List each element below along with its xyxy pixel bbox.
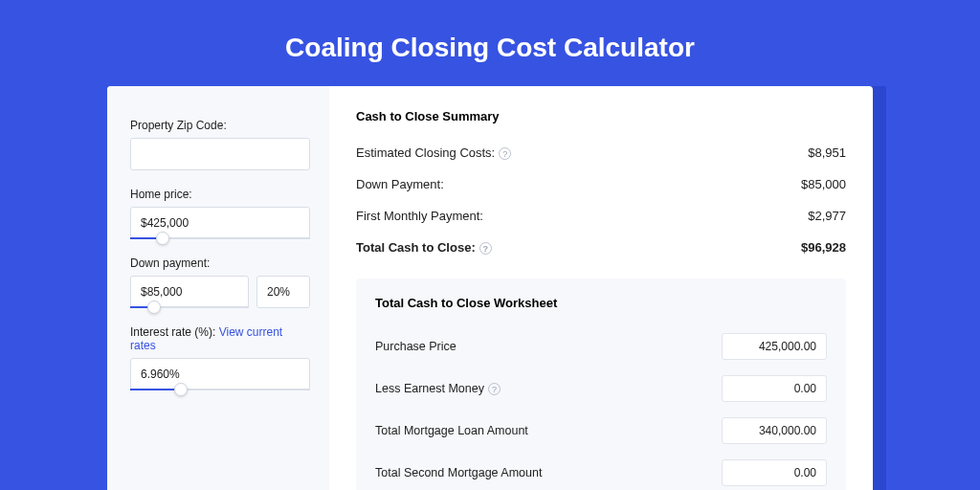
interest-label-text: Interest rate (%):: [130, 325, 219, 339]
worksheet-row-label: Total Second Mortgage Amount: [375, 466, 542, 479]
home-price-field-block: Home price:: [130, 188, 310, 239]
home-price-slider-thumb[interactable]: [156, 232, 169, 245]
worksheet-row: Total Mortgage Loan Amount: [375, 410, 827, 452]
interest-field-block: Interest rate (%): View current rates: [130, 325, 310, 390]
calculator-card: Property Zip Code: Home price: Down paym…: [107, 86, 873, 490]
calculator-card-wrap: Property Zip Code: Home price: Down paym…: [107, 86, 873, 490]
summary-row-value: $85,000: [801, 177, 846, 191]
worksheet-section: Total Cash to Close Worksheet Purchase P…: [356, 278, 846, 490]
worksheet-row-input[interactable]: [722, 459, 827, 486]
summary-row-label: Total Cash to Close:?: [356, 240, 492, 255]
help-icon[interactable]: ?: [499, 147, 511, 160]
down-payment-slider[interactable]: [130, 306, 249, 308]
page-title: Coaling Closing Cost Calculator: [0, 0, 980, 86]
summary-row: Down Payment:$85,000: [356, 168, 846, 200]
summary-row: First Monthly Payment:$2,977: [356, 200, 846, 232]
zip-input[interactable]: [130, 138, 310, 170]
help-icon[interactable]: ?: [479, 242, 492, 255]
worksheet-row-label: Total Mortgage Loan Amount: [375, 424, 528, 437]
summary-list: Estimated Closing Costs:?$8,951Down Paym…: [356, 137, 846, 263]
worksheet-row-input[interactable]: [722, 333, 827, 360]
interest-slider[interactable]: [130, 389, 310, 390]
down-payment-field-block: Down payment:: [130, 256, 310, 308]
interest-input[interactable]: [130, 358, 310, 390]
summary-row-label: First Monthly Payment:: [356, 209, 483, 223]
interest-label: Interest rate (%): View current rates: [130, 325, 310, 352]
worksheet-row: Purchase Price: [375, 325, 827, 368]
worksheet-row-label: Less Earnest Money?: [375, 382, 501, 395]
summary-row: Total Cash to Close:?$96,928: [356, 232, 846, 263]
summary-row-value: $8,951: [808, 145, 846, 160]
summary-row: Estimated Closing Costs:?$8,951: [356, 137, 846, 168]
summary-title: Cash to Close Summary: [356, 109, 846, 123]
home-price-slider[interactable]: [130, 237, 310, 239]
worksheet-row-input[interactable]: [722, 417, 827, 444]
inputs-panel: Property Zip Code: Home price: Down paym…: [107, 86, 329, 490]
worksheet-list: Purchase PriceLess Earnest Money?Total M…: [375, 325, 827, 490]
interest-slider-thumb[interactable]: [174, 383, 188, 396]
worksheet-row: Total Second Mortgage Amount: [375, 452, 827, 490]
down-payment-label: Down payment:: [130, 256, 310, 270]
down-payment-pct-input[interactable]: [256, 276, 310, 308]
help-icon[interactable]: ?: [488, 383, 501, 395]
summary-row-value: $2,977: [808, 209, 846, 223]
zip-field-block: Property Zip Code:: [130, 119, 310, 170]
worksheet-row-label: Purchase Price: [375, 340, 457, 353]
summary-row-value: $96,928: [801, 240, 846, 255]
worksheet-row: Less Earnest Money?: [375, 368, 827, 410]
worksheet-row-input[interactable]: [722, 375, 827, 402]
zip-label: Property Zip Code:: [130, 119, 310, 132]
summary-row-label: Estimated Closing Costs:?: [356, 145, 511, 160]
down-payment-slider-thumb[interactable]: [147, 301, 161, 314]
summary-row-label: Down Payment:: [356, 177, 444, 191]
worksheet-title: Total Cash to Close Worksheet: [375, 296, 827, 310]
home-price-label: Home price:: [130, 188, 310, 201]
results-panel: Cash to Close Summary Estimated Closing …: [329, 86, 873, 490]
